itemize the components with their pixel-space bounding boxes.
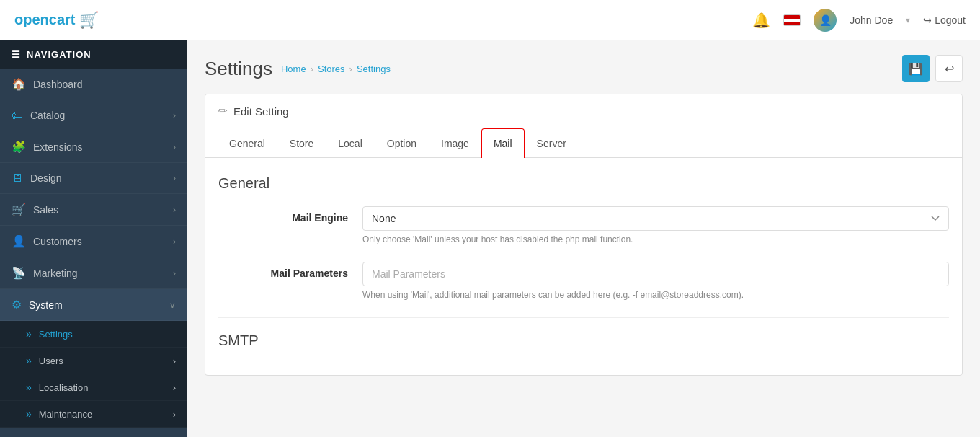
smtp-section-title: SMTP bbox=[218, 332, 949, 349]
mail-parameters-input[interactable] bbox=[362, 262, 949, 286]
breadcrumb-settings[interactable]: Settings bbox=[357, 63, 391, 74]
nav-menu-icon: ☰ bbox=[12, 49, 21, 60]
breadcrumb: Home › Stores › Settings bbox=[281, 63, 391, 74]
mail-engine-help: Only choose 'Mail' unless your host has … bbox=[362, 234, 949, 244]
notification-icon[interactable]: 🔔 bbox=[752, 12, 770, 29]
sidebar: ☰ NAVIGATION 🏠 Dashboard 🏷 Catalog › 🧩 E… bbox=[0, 40, 187, 437]
mail-engine-wrap: None Mail SMTP Only choose 'Mail' unless… bbox=[362, 206, 949, 244]
chevron-right-icon: › bbox=[173, 382, 176, 393]
double-chevron-icon: » bbox=[26, 355, 32, 366]
header-buttons: 💾 ↩ bbox=[902, 55, 963, 82]
back-button[interactable]: ↩ bbox=[935, 55, 963, 82]
design-icon: 🖥 bbox=[12, 172, 23, 185]
chevron-right-icon: › bbox=[173, 205, 176, 215]
top-right-nav: 🔔 👤 John Doe ▾ ↪ Logout bbox=[752, 9, 966, 32]
logo-text: opencart bbox=[14, 12, 75, 28]
breadcrumb-stores[interactable]: Stores bbox=[318, 63, 345, 74]
sidebar-nav-header: ☰ NAVIGATION bbox=[0, 40, 187, 69]
sales-icon: 🛒 bbox=[12, 203, 26, 216]
sidebar-item-system[interactable]: ⚙ System ∨ bbox=[0, 289, 187, 321]
sidebar-item-catalog[interactable]: 🏷 Catalog › bbox=[0, 100, 187, 131]
pencil-icon: ✏ bbox=[218, 105, 228, 118]
mail-engine-label: Mail Engine bbox=[218, 206, 348, 224]
sidebar-item-customers[interactable]: 👤 Customers › bbox=[0, 226, 187, 257]
breadcrumb-sep-2: › bbox=[349, 63, 352, 74]
double-chevron-icon: » bbox=[26, 408, 32, 420]
sidebar-sub-item-settings[interactable]: » Settings bbox=[0, 321, 187, 348]
logout-icon: ↪ bbox=[923, 14, 932, 26]
mail-parameters-label: Mail Parameters bbox=[218, 262, 348, 279]
chevron-right-icon: › bbox=[173, 409, 176, 420]
tab-server[interactable]: Server bbox=[525, 128, 579, 158]
sidebar-item-dashboard[interactable]: 🏠 Dashboard bbox=[0, 69, 187, 100]
tab-option[interactable]: Option bbox=[375, 128, 429, 158]
mail-parameters-wrap: When using 'Mail', additional mail param… bbox=[362, 262, 949, 300]
panel-heading: ✏ Edit Setting bbox=[205, 94, 962, 128]
user-name[interactable]: John Doe bbox=[850, 14, 893, 26]
double-chevron-icon: » bbox=[26, 381, 32, 393]
tab-local[interactable]: Local bbox=[326, 128, 374, 158]
user-dropdown-icon[interactable]: ▾ bbox=[906, 15, 910, 25]
tab-store[interactable]: Store bbox=[277, 128, 326, 158]
mail-engine-row: Mail Engine None Mail SMTP Only choose '… bbox=[218, 206, 949, 244]
chevron-right-icon: › bbox=[173, 268, 176, 278]
avatar: 👤 bbox=[814, 9, 837, 32]
general-section-title: General bbox=[218, 175, 949, 192]
marketing-icon: 📡 bbox=[12, 266, 26, 280]
tab-general[interactable]: General bbox=[217, 128, 277, 158]
dashboard-icon: 🏠 bbox=[12, 77, 26, 91]
sidebar-sub-item-maintenance[interactable]: » Maintenance › bbox=[0, 401, 187, 428]
logo-cart-icon: 🛒 bbox=[79, 11, 99, 30]
sidebar-item-extensions[interactable]: 🧩 Extensions › bbox=[0, 131, 187, 163]
mail-parameters-help: When using 'Mail', additional mail param… bbox=[362, 290, 949, 300]
back-icon: ↩ bbox=[945, 62, 954, 76]
smtp-divider bbox=[218, 317, 949, 318]
save-icon: 💾 bbox=[909, 62, 923, 76]
chevron-right-icon: › bbox=[173, 110, 176, 120]
sidebar-sub-item-users[interactable]: » Users › bbox=[0, 348, 187, 374]
system-icon: ⚙ bbox=[12, 298, 22, 312]
chevron-right-icon: › bbox=[173, 356, 176, 366]
top-nav: opencart 🛒 🔔 👤 John Doe ▾ ↪ Logout bbox=[0, 0, 980, 40]
settings-tabs: General Store Local Option Image Mail bbox=[205, 128, 962, 158]
sidebar-sub-item-localisation[interactable]: » Localisation › bbox=[0, 374, 187, 401]
catalog-icon: 🏷 bbox=[12, 109, 23, 122]
save-button[interactable]: 💾 bbox=[902, 55, 930, 82]
chevron-right-icon: › bbox=[173, 142, 176, 152]
sidebar-item-sales[interactable]: 🛒 Sales › bbox=[0, 194, 187, 226]
extensions-icon: 🧩 bbox=[12, 140, 26, 154]
breadcrumb-sep-1: › bbox=[311, 63, 313, 74]
tab-mail[interactable]: Mail bbox=[481, 128, 525, 158]
panel-body: General Mail Engine None Mail SMTP Only … bbox=[205, 158, 962, 375]
body-wrap: ☰ NAVIGATION 🏠 Dashboard 🏷 Catalog › 🧩 E… bbox=[0, 40, 980, 437]
breadcrumb-home[interactable]: Home bbox=[281, 63, 306, 74]
system-sub-menu: » Settings » Users › » Localisation › » … bbox=[0, 321, 187, 428]
chevron-right-icon: › bbox=[173, 237, 176, 247]
flag-icon[interactable] bbox=[783, 14, 801, 26]
page-title: Settings bbox=[205, 58, 272, 80]
main-content: Settings Home › Stores › Settings 💾 ↩ bbox=[187, 40, 980, 437]
logout-button[interactable]: ↪ Logout bbox=[923, 14, 966, 26]
page-header: Settings Home › Stores › Settings 💾 ↩ bbox=[205, 55, 963, 82]
customers-icon: 👤 bbox=[12, 234, 26, 248]
sidebar-item-marketing[interactable]: 📡 Marketing › bbox=[0, 257, 187, 289]
mail-parameters-row: Mail Parameters When using 'Mail', addit… bbox=[218, 262, 949, 300]
sidebar-item-design[interactable]: 🖥 Design › bbox=[0, 163, 187, 194]
chevron-down-icon: ∨ bbox=[169, 300, 176, 310]
tab-image[interactable]: Image bbox=[429, 128, 481, 158]
logo: opencart 🛒 bbox=[14, 11, 99, 30]
double-chevron-icon: » bbox=[26, 328, 32, 340]
mail-engine-select[interactable]: None Mail SMTP bbox=[362, 206, 949, 231]
edit-setting-panel: ✏ Edit Setting General Store Local Optio… bbox=[205, 94, 963, 376]
chevron-right-icon: › bbox=[173, 173, 176, 183]
